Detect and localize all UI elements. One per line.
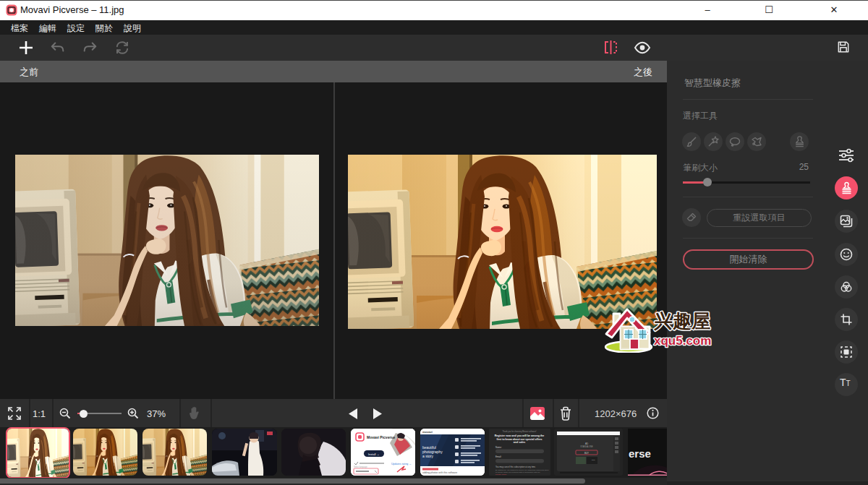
svg-text:and sales: and sales <box>514 441 525 444</box>
svg-text:xqu5.com: xqu5.com <box>654 334 711 348</box>
svg-text:BUY: BUY <box>584 452 589 455</box>
svg-text:You may cancel this subscripti: You may cancel this subscription at any … <box>495 465 536 468</box>
svg-text:兴趣屋: 兴趣屋 <box>653 310 710 332</box>
svg-text:movavi: movavi <box>422 430 433 434</box>
svg-text:Email:: Email: <box>495 455 502 458</box>
svg-text:Install →: Install → <box>368 452 380 456</box>
svg-text:Register now and you will be a: Register now and you will be among the <box>495 434 545 437</box>
svg-text:a story: a story <box>422 454 434 458</box>
svg-text:Updates rating →: Updates rating → <box>391 463 412 465</box>
svg-text:item: item <box>592 459 595 461</box>
svg-text:Privacy Policy: Privacy Policy <box>495 473 507 476</box>
svg-text:adding photos with this softwa: adding photos with this software <box>422 471 457 474</box>
svg-text:Name:: Name: <box>495 446 502 449</box>
svg-text:STANDALONE: STANDALONE <box>580 445 593 448</box>
svg-text:Thank you for choosing Movavi: Thank you for choosing Movavi software! <box>502 430 536 433</box>
svg-text:Movavi Picverse: Movavi Picverse <box>367 435 395 439</box>
svg-text:erse: erse <box>629 447 651 460</box>
svg-text:first to know about our specia: first to know about our special offers <box>496 438 542 441</box>
svg-text:Select language: Select language <box>354 465 367 468</box>
